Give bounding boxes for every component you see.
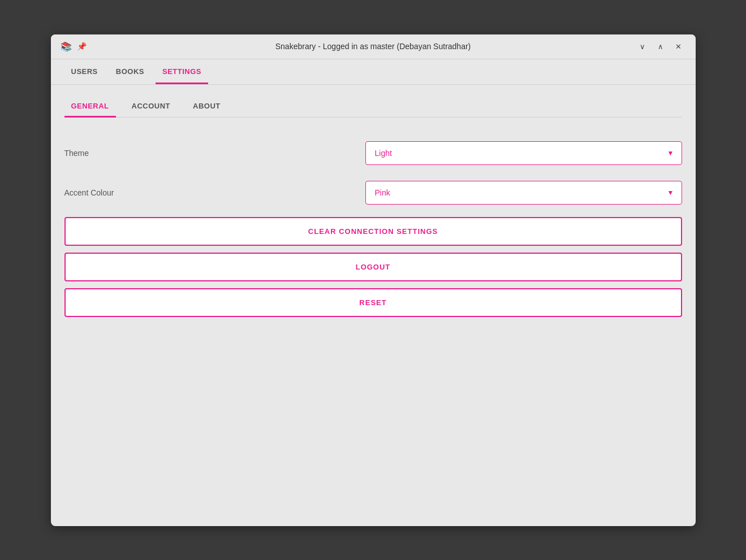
clear-connection-button[interactable]: CLEAR CONNECTION SETTINGS xyxy=(64,217,682,246)
titlebar-left: 📚 📌 xyxy=(60,40,87,53)
nav-tab-books[interactable]: BOOKS xyxy=(109,59,151,84)
close-button[interactable]: ✕ xyxy=(671,38,687,54)
titlebar-controls: ∨ ∧ ✕ xyxy=(635,38,687,54)
accent-select-wrapper: Pink Blue Green Purple ▼ xyxy=(365,181,682,205)
accent-colour-control: Pink Blue Green Purple ▼ xyxy=(365,181,682,205)
action-buttons: CLEAR CONNECTION SETTINGS LOGOUT RESET xyxy=(64,217,682,317)
theme-row: Theme Light Dark ▼ xyxy=(64,133,682,173)
nav-tab-users[interactable]: USERS xyxy=(64,59,105,84)
nav-tab-settings[interactable]: SETTINGS xyxy=(156,59,208,84)
app-icon: 📚 xyxy=(60,40,72,53)
theme-label: Theme xyxy=(64,149,178,158)
sub-tabs: GENERAL ACCOUNT ABOUT xyxy=(64,96,682,118)
settings-section: Theme Light Dark ▼ Accent Colour xyxy=(64,133,682,212)
accent-colour-select[interactable]: Pink Blue Green Purple xyxy=(365,181,682,205)
logout-button[interactable]: LOGOUT xyxy=(64,253,682,281)
accent-colour-row: Accent Colour Pink Blue Green Purple ▼ xyxy=(64,173,682,212)
accent-colour-label: Accent Colour xyxy=(64,188,178,197)
reset-button[interactable]: RESET xyxy=(64,288,682,317)
sub-tab-account[interactable]: ACCOUNT xyxy=(125,96,178,118)
maximize-button[interactable]: ∧ xyxy=(653,38,669,54)
sub-tab-general[interactable]: GENERAL xyxy=(64,96,116,118)
titlebar: 📚 📌 Snakebrary - Logged in as master (De… xyxy=(51,34,696,59)
sub-tab-about[interactable]: ABOUT xyxy=(186,96,227,118)
app-window: 📚 📌 Snakebrary - Logged in as master (De… xyxy=(51,34,696,526)
main-nav: USERS BOOKS SETTINGS xyxy=(51,59,696,85)
window-title: Snakebrary - Logged in as master (Debaya… xyxy=(275,42,471,51)
main-content: GENERAL ACCOUNT ABOUT Theme Light Dark ▼ xyxy=(51,85,696,526)
pin-icon: 📌 xyxy=(77,42,87,51)
theme-control: Light Dark ▼ xyxy=(365,141,682,165)
theme-select-wrapper: Light Dark ▼ xyxy=(365,141,682,165)
minimize-button[interactable]: ∨ xyxy=(635,38,650,54)
theme-select[interactable]: Light Dark xyxy=(365,141,682,165)
